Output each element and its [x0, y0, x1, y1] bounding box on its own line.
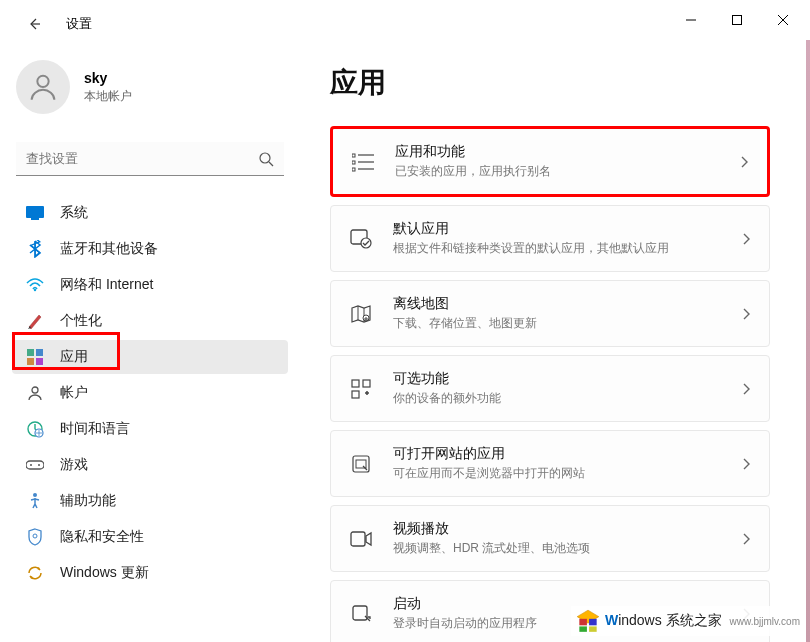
svg-rect-23 — [352, 161, 355, 164]
startup-icon — [349, 602, 373, 626]
nav: 系统 蓝牙和其他设备 网络和 Internet 个性化 应用 帐户 — [12, 196, 288, 590]
search-input[interactable] — [26, 151, 258, 166]
card-desc: 你的设备的额外功能 — [393, 390, 721, 407]
svg-rect-13 — [36, 358, 43, 365]
nav-item-windows-update[interactable]: Windows 更新 — [12, 556, 288, 590]
card-desc: 可在应用而不是浏览器中打开的网站 — [393, 465, 721, 482]
svg-point-21 — [33, 534, 37, 538]
chevron-right-icon — [741, 232, 751, 246]
card-apps-for-websites[interactable]: 可打开网站的应用 可在应用而不是浏览器中打开的网站 — [330, 430, 770, 497]
right-edge-decoration — [806, 40, 810, 642]
card-title: 视频播放 — [393, 520, 721, 538]
card-desc: 已安装的应用，应用执行别名 — [395, 163, 719, 180]
map-icon — [349, 302, 373, 326]
window-title: 设置 — [66, 15, 92, 33]
card-apps-features[interactable]: 应用和功能 已安装的应用，应用执行别名 — [330, 126, 770, 197]
nav-item-time-language[interactable]: 时间和语言 — [12, 412, 288, 446]
svg-rect-8 — [31, 218, 39, 220]
card-title: 默认应用 — [393, 220, 721, 238]
nav-label: 游戏 — [60, 456, 88, 474]
website-apps-icon — [349, 452, 373, 476]
svg-point-18 — [30, 464, 32, 466]
card-title: 离线地图 — [393, 295, 721, 313]
nav-label: 系统 — [60, 204, 88, 222]
card-title: 应用和功能 — [395, 143, 719, 161]
maximize-button[interactable] — [714, 4, 760, 36]
watermark-brand-rest: indows — [618, 612, 662, 628]
accessibility-icon — [26, 492, 44, 510]
search-box[interactable] — [16, 142, 284, 176]
minimize-button[interactable] — [668, 4, 714, 36]
video-icon — [349, 527, 373, 551]
update-icon — [26, 564, 44, 582]
nav-label: 时间和语言 — [60, 420, 130, 438]
clock-globe-icon — [26, 420, 44, 438]
apps-icon — [26, 348, 44, 366]
nav-item-gaming[interactable]: 游戏 — [12, 448, 288, 482]
nav-item-accounts[interactable]: 帐户 — [12, 376, 288, 410]
svg-rect-31 — [352, 380, 359, 387]
main-content: 应用 应用和功能 已安装的应用，应用执行别名 默认应用 根据文件和链接种类设置的… — [300, 40, 810, 642]
svg-rect-41 — [589, 626, 597, 631]
nav-label: 网络和 Internet — [60, 276, 153, 294]
svg-rect-36 — [351, 532, 365, 546]
svg-point-29 — [361, 238, 371, 248]
nav-item-bluetooth[interactable]: 蓝牙和其他设备 — [12, 232, 288, 266]
nav-label: 应用 — [60, 348, 88, 366]
svg-rect-33 — [352, 391, 359, 398]
list-icon — [351, 150, 375, 174]
svg-point-5 — [260, 153, 270, 163]
default-apps-icon — [349, 227, 373, 251]
puzzle-icon — [349, 377, 373, 401]
arrow-left-icon — [26, 16, 42, 32]
card-offline-maps[interactable]: 离线地图 下载、存储位置、地图更新 — [330, 280, 770, 347]
card-optional-features[interactable]: 可选功能 你的设备的额外功能 — [330, 355, 770, 422]
svg-rect-38 — [579, 619, 587, 626]
watermark: Windows 系统之家 www.bjjmlv.com — [571, 606, 804, 636]
svg-rect-24 — [352, 168, 355, 171]
svg-line-6 — [269, 162, 273, 166]
shield-icon — [26, 528, 44, 546]
card-default-apps[interactable]: 默认应用 根据文件和链接种类设置的默认应用，其他默认应用 — [330, 205, 770, 272]
minimize-icon — [686, 15, 696, 25]
card-video-playback[interactable]: 视频播放 视频调整、HDR 流式处理、电池选项 — [330, 505, 770, 572]
watermark-suffix: 系统之家 — [666, 612, 722, 628]
svg-rect-32 — [363, 380, 370, 387]
windows-logo-icon — [575, 608, 601, 634]
user-block[interactable]: sky 本地帐户 — [12, 48, 288, 134]
svg-rect-10 — [27, 349, 34, 356]
nav-item-network[interactable]: 网络和 Internet — [12, 268, 288, 302]
nav-item-privacy[interactable]: 隐私和安全性 — [12, 520, 288, 554]
svg-point-20 — [33, 493, 37, 497]
chevron-right-icon — [741, 532, 751, 546]
user-account-type: 本地帐户 — [84, 88, 132, 105]
sidebar: sky 本地帐户 系统 蓝牙和其他设备 网络和 Internet — [0, 40, 300, 642]
svg-rect-1 — [733, 15, 742, 24]
svg-rect-40 — [579, 626, 587, 631]
nav-item-system[interactable]: 系统 — [12, 196, 288, 230]
card-desc: 根据文件和链接种类设置的默认应用，其他默认应用 — [393, 240, 721, 257]
svg-rect-39 — [589, 619, 597, 626]
nav-label: 蓝牙和其他设备 — [60, 240, 158, 258]
watermark-url: www.bjjmlv.com — [730, 616, 800, 627]
chevron-right-icon — [739, 155, 749, 169]
svg-point-19 — [38, 464, 40, 466]
chevron-right-icon — [741, 382, 751, 396]
svg-rect-7 — [26, 206, 44, 218]
nav-item-apps[interactable]: 应用 — [12, 340, 288, 374]
card-desc: 视频调整、HDR 流式处理、电池选项 — [393, 540, 721, 557]
back-button[interactable] — [22, 12, 46, 36]
card-title: 可选功能 — [393, 370, 721, 388]
close-button[interactable] — [760, 4, 806, 36]
bluetooth-icon — [26, 240, 44, 258]
system-icon — [26, 204, 44, 222]
chevron-right-icon — [741, 457, 751, 471]
nav-item-personalization[interactable]: 个性化 — [12, 304, 288, 338]
nav-label: Windows 更新 — [60, 564, 149, 582]
svg-rect-11 — [36, 349, 43, 356]
card-desc: 下载、存储位置、地图更新 — [393, 315, 721, 332]
svg-rect-22 — [352, 154, 355, 157]
nav-item-accessibility[interactable]: 辅助功能 — [12, 484, 288, 518]
window-controls — [668, 4, 806, 36]
maximize-icon — [732, 15, 742, 25]
